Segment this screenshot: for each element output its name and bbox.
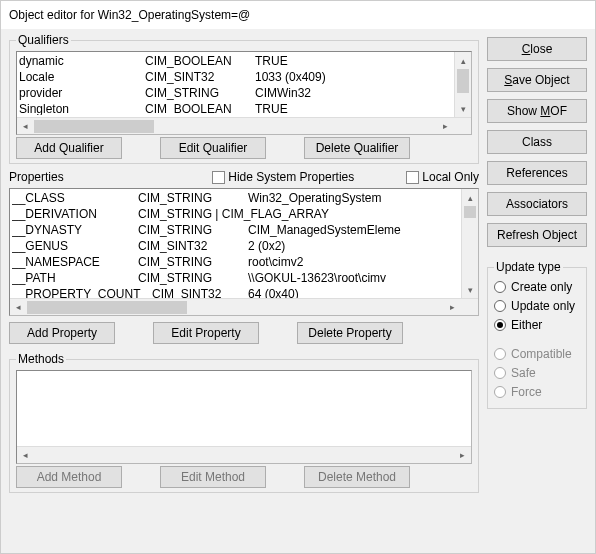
list-item: SingletonCIM_BOOLEANTRUE: [19, 101, 469, 115]
scrollbar-vertical[interactable]: ▴ ▾: [454, 52, 471, 117]
methods-group: Methods ◂ ▸ Add Method Edit Method: [9, 352, 479, 493]
class-button[interactable]: Class: [487, 130, 587, 154]
scroll-thumb[interactable]: [34, 120, 154, 133]
list-item: __DYNASTYCIM_STRINGCIM_ManagedSystemElem…: [12, 222, 476, 238]
list-item: providerCIM_STRINGCIMWin32: [19, 85, 469, 101]
associators-button[interactable]: Associators: [487, 192, 587, 216]
list-item: dynamicCIM_BOOLEANTRUE: [19, 53, 469, 69]
scroll-thumb[interactable]: [464, 206, 476, 218]
edit-qualifier-button[interactable]: Edit Qualifier: [160, 137, 266, 159]
scroll-down-icon[interactable]: ▾: [455, 100, 471, 117]
radio-force: Force: [494, 385, 580, 399]
scroll-left-icon[interactable]: ◂: [10, 299, 27, 316]
scroll-left-icon[interactable]: ◂: [17, 118, 34, 135]
add-property-button[interactable]: Add Property: [9, 322, 115, 344]
delete-property-button[interactable]: Delete Property: [297, 322, 403, 344]
scroll-down-icon[interactable]: ▾: [462, 281, 478, 298]
show-mof-button[interactable]: Show MOF: [487, 99, 587, 123]
scroll-thumb[interactable]: [27, 301, 187, 314]
scroll-right-icon[interactable]: ▸: [444, 299, 461, 316]
scrollbar-horizontal[interactable]: ◂ ▸: [17, 117, 471, 134]
save-object-button[interactable]: Save Object: [487, 68, 587, 92]
local-only-checkbox[interactable]: Local Only: [406, 170, 479, 184]
scrollbar-vertical[interactable]: ▴ ▾: [461, 189, 478, 298]
scroll-right-icon[interactable]: ▸: [454, 447, 471, 464]
scroll-up-icon[interactable]: ▴: [462, 189, 478, 206]
list-item: __GENUSCIM_SINT322 (0x2): [12, 238, 476, 254]
list-item: __PATHCIM_STRING\\GOKUL-13623\root\cimv: [12, 270, 476, 286]
window-title: Object editor for Win32_OperatingSystem=…: [1, 1, 595, 29]
radio-compatible: Compatible: [494, 347, 580, 361]
object-editor-window: Object editor for Win32_OperatingSystem=…: [0, 0, 596, 554]
list-item: LocaleCIM_SINT321033 (0x409): [19, 69, 469, 85]
references-button[interactable]: References: [487, 161, 587, 185]
list-item: __DERIVATIONCIM_STRING | CIM_FLAG_ARRAY: [12, 206, 476, 222]
scroll-up-icon[interactable]: ▴: [455, 52, 471, 69]
add-qualifier-button[interactable]: Add Qualifier: [16, 137, 122, 159]
radio-safe: Safe: [494, 366, 580, 380]
qualifiers-list[interactable]: dynamicCIM_BOOLEANTRUE LocaleCIM_SINT321…: [16, 51, 472, 135]
radio-create-only[interactable]: Create only: [494, 280, 580, 294]
scroll-thumb[interactable]: [457, 69, 469, 93]
delete-method-button: Delete Method: [304, 466, 410, 488]
scroll-right-icon[interactable]: ▸: [437, 118, 454, 135]
edit-method-button: Edit Method: [160, 466, 266, 488]
update-type-legend: Update type: [494, 260, 563, 274]
radio-either[interactable]: Either: [494, 318, 580, 332]
properties-label: Properties: [9, 170, 64, 184]
radio-update-only[interactable]: Update only: [494, 299, 580, 313]
list-item: __PROPERTY_COUNTCIM_SINT3264 (0x40): [12, 286, 476, 298]
add-method-button: Add Method: [16, 466, 122, 488]
hide-system-checkbox[interactable]: Hide System Properties: [212, 170, 354, 184]
list-item: __NAMESPACECIM_STRINGroot\cimv2: [12, 254, 476, 270]
update-type-group: Update type Create only Update only Eith…: [487, 260, 587, 409]
refresh-object-button[interactable]: Refresh Object: [487, 223, 587, 247]
delete-qualifier-button[interactable]: Delete Qualifier: [304, 137, 410, 159]
scrollbar-horizontal[interactable]: ◂ ▸: [17, 446, 471, 463]
qualifiers-legend: Qualifiers: [16, 33, 71, 47]
methods-list[interactable]: ◂ ▸: [16, 370, 472, 464]
close-button[interactable]: Close: [487, 37, 587, 61]
properties-list[interactable]: __CLASSCIM_STRINGWin32_OperatingSystem _…: [9, 188, 479, 316]
edit-property-button[interactable]: Edit Property: [153, 322, 259, 344]
qualifiers-group: Qualifiers dynamicCIM_BOOLEANTRUE Locale…: [9, 33, 479, 164]
list-item: __CLASSCIM_STRINGWin32_OperatingSystem: [12, 190, 476, 206]
methods-legend: Methods: [16, 352, 66, 366]
scroll-left-icon[interactable]: ◂: [17, 447, 34, 464]
scrollbar-horizontal[interactable]: ◂ ▸: [10, 298, 478, 315]
